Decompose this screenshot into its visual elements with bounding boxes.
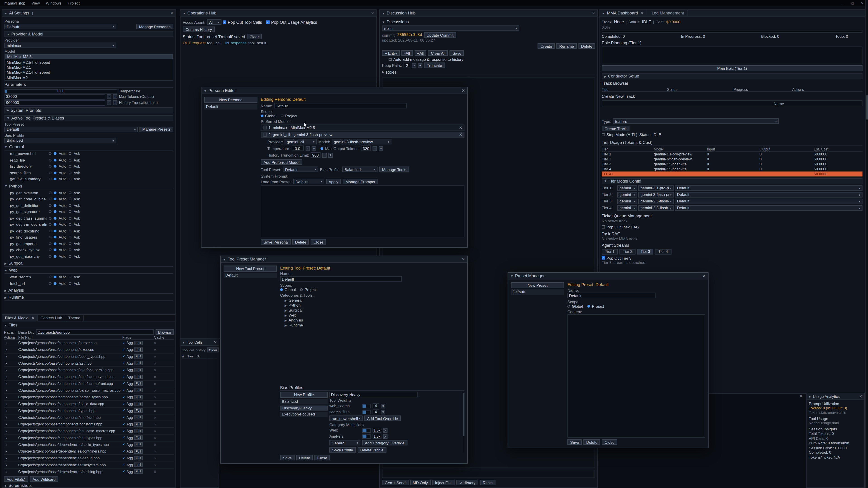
tool-toggle[interactable] [49,159,52,161]
reorder-handle[interactable] [263,133,267,137]
remove-file-button[interactable]: x [4,395,18,399]
close-dialog-button[interactable]: Close [602,439,617,445]
tool-group-header-runtime[interactable]: ▶ Runtime [4,295,174,301]
ai-settings-header[interactable]: ▼ AI Settings ⋮ ✕ [2,10,176,17]
cache-indicator-icon[interactable]: ○ [154,348,174,352]
cache-indicator-icon[interactable]: ○ [154,416,174,419]
ask-radio[interactable] [69,171,71,174]
ask-radio[interactable] [69,204,71,207]
cache-indicator-icon[interactable]: ○ [154,409,174,413]
close-icon[interactable]: ✕ [703,273,706,278]
agg-check-icon[interactable]: ✓ [122,469,125,474]
pop-out-tier3-checkbox[interactable]: ✓ [602,256,604,259]
full-button[interactable]: Full [134,388,143,393]
agg-check-icon[interactable]: ✓ [122,388,125,393]
provider-model-section[interactable]: ▼ Provider & Model [4,31,174,37]
agg-check-icon[interactable]: ✓ [122,422,125,427]
pm-max-output-input[interactable] [361,145,371,151]
agg-check-icon[interactable]: ✓ [122,402,125,406]
auto-radio[interactable] [54,236,57,238]
tool-toggle[interactable] [49,223,52,226]
ask-radio[interactable] [69,275,71,278]
cache-indicator-icon[interactable]: ○ [154,395,174,399]
track-name-input[interactable]: Name [602,100,862,106]
remove-file-button[interactable]: x [4,361,18,365]
auto-radio[interactable] [54,171,57,174]
auto-radio[interactable] [54,159,57,161]
ask-radio[interactable] [69,152,71,155]
message-input[interactable] [382,470,595,478]
remove-file-button[interactable]: x [4,463,18,467]
agg-check-icon[interactable]: ✓ [122,415,125,420]
multiplier-slider[interactable] [362,428,371,432]
tool-calls-header[interactable]: ▼ Tool Calls ✕ [180,339,219,346]
cache-indicator-icon[interactable]: ○ [154,341,174,345]
tier-provider-select[interactable]: gemini▾ [617,198,637,204]
auto-radio[interactable] [54,255,57,258]
decrement-button[interactable]: - [322,153,327,158]
base-dir-input[interactable] [36,329,154,335]
tool-toggle[interactable] [49,255,52,258]
manage-tools-button[interactable]: Manage Tools [379,166,409,172]
tier-preset-select[interactable]: Default▾ [675,185,862,191]
new-profile-button[interactable]: New Profile [280,392,328,398]
keep-pairs-input[interactable] [404,63,410,68]
increment-button[interactable]: + [113,94,118,99]
remove-override-button[interactable]: x [381,404,385,408]
full-button[interactable]: Full [134,375,143,379]
preset-name-input[interactable] [567,293,656,298]
remove-file-button[interactable]: x [4,470,18,474]
full-button[interactable]: Full [134,341,143,345]
full-button[interactable]: Full [134,381,143,386]
auto-radio[interactable] [54,191,57,194]
remove-file-button[interactable]: x [4,443,18,447]
system-prompts-section[interactable]: ▶ System Prompts [4,107,174,113]
roles-section[interactable]: ▶ Roles [382,69,595,75]
expand-icon[interactable]: ▶ [285,323,287,327]
collapse-icon[interactable]: ▼ [183,11,186,15]
persona-list-item[interactable]: Default [204,104,257,109]
close-icon[interactable]: ✕ [462,257,465,262]
screen-scrollbar[interactable] [865,0,868,488]
close-icon[interactable]: ✕ [371,11,374,15]
full-button[interactable]: Full [134,463,143,467]
scope-global-radio[interactable] [567,305,570,307]
cache-indicator-icon[interactable]: ○ [154,456,174,460]
ask-radio[interactable] [69,249,71,251]
new-tool-preset-button[interactable]: New Tool Preset [223,266,277,272]
tool-toggle[interactable] [49,210,52,213]
remove-file-button[interactable]: x [4,382,18,385]
ask-radio[interactable] [69,236,71,238]
save-profile-button[interactable]: Save Profile [329,447,356,453]
create-track-button[interactable]: Create Track [602,126,629,131]
discussion-footer-button[interactable]: -> History [456,480,478,485]
tool-toggle[interactable] [49,249,52,251]
rename-discussion-button[interactable]: Rename [557,43,577,48]
tool-toggle[interactable] [49,217,52,219]
persona-editor-header[interactable]: ▼ Persona Editor ✕ [202,88,467,94]
auto-radio[interactable] [54,204,57,207]
close-icon[interactable]: ✕ [641,11,644,15]
menu-item[interactable]: View [31,1,40,5]
auto-radio[interactable] [54,282,57,285]
collapse-icon[interactable]: ▼ [4,11,7,15]
discussions-section[interactable]: ▼ Discussions [382,20,595,24]
increment-button[interactable]: + [328,153,333,158]
add-preferred-model-button[interactable]: Add Preferred Model [260,159,302,165]
entry-action-button[interactable]: -All [401,51,412,56]
cache-indicator-icon[interactable]: ○ [154,368,174,372]
discussion-footer-button[interactable]: MD Only [410,480,431,485]
profile-list-item[interactable]: Execution-Focused [280,412,328,417]
epic-planning-textarea[interactable] [602,46,862,64]
focus-agent-select[interactable]: All▾ [207,20,221,25]
pm-provider-select[interactable]: gemini_cli▾ [285,139,317,144]
profile-name-input[interactable] [329,392,418,397]
panel-menu-icon[interactable]: ⋮ [31,11,34,15]
minimize-icon[interactable]: — [841,1,844,5]
collapse-icon[interactable]: ▼ [182,340,185,344]
full-button[interactable]: Full [134,422,143,427]
manage-personas-button[interactable]: Manage Personas [136,24,174,29]
remove-file-button[interactable]: x [4,402,18,406]
update-commit-button[interactable]: Update Commit [424,32,456,37]
agg-check-icon[interactable]: ✓ [122,442,125,447]
